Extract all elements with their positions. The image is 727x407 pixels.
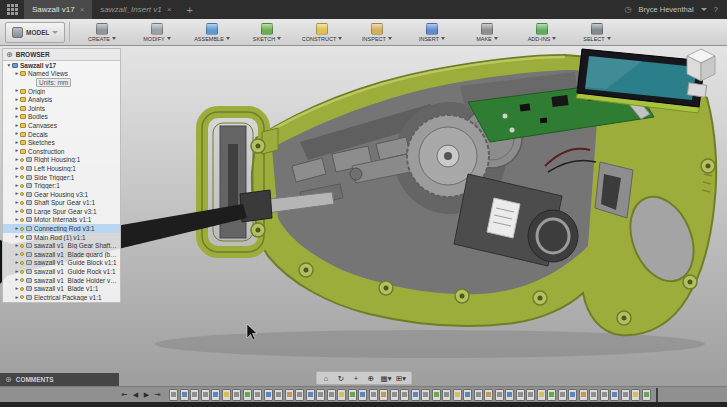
browser-tree-item[interactable]: ▸ Joints [3,104,120,113]
browser-tree-item[interactable]: Units: mm [3,78,120,87]
tab-close-icon[interactable]: × [167,5,172,14]
browser-tree-item[interactable]: ▸ Origin [3,87,120,96]
visibility-bulb-icon[interactable] [20,209,24,213]
browser-tree-item[interactable]: ▸ Shaft Spur Gear v1:1 [3,199,120,208]
timeline-feature-icon[interactable] [484,389,493,401]
timeline-feature-icon[interactable] [316,389,325,401]
timeline-feature-icon[interactable] [180,389,189,401]
timeline-feature-icon[interactable] [211,389,220,401]
timeline-feature-icon[interactable] [621,389,630,401]
toolbar-menu[interactable]: MODIFY [129,19,184,45]
timeline-feature-icon[interactable] [201,389,210,401]
browser-tree-item[interactable]: ▸ sawzall v1_Guide Rock v1:1 [3,267,120,276]
timeline-feature-icon[interactable] [631,389,640,401]
visibility-bulb-icon[interactable] [20,218,24,222]
timeline-feature-icon[interactable] [400,389,409,401]
visibility-bulb-icon[interactable] [20,227,24,231]
timeline-feature-icon[interactable] [505,389,514,401]
browser-tree-item[interactable]: ▸ sawzall v1_Big Gear Shaft v1:1 [3,241,120,250]
nav-tool-button[interactable]: ⊕ [365,373,377,383]
browser-tree-item[interactable]: ▸ Trigger:1 [3,181,120,190]
job-status-icon[interactable]: ◷ [625,5,632,14]
timeline-feature-icon[interactable] [348,389,357,401]
timeline-feature-icon[interactable] [253,389,262,401]
playback-button[interactable]: ⇥ [152,391,163,399]
browser-tree-item[interactable]: ▸ Large Spur Gear v3:1 [3,207,120,216]
timeline-feature-icon[interactable] [610,389,619,401]
visibility-bulb-icon[interactable] [20,261,24,265]
timeline-feature-icon[interactable] [243,389,252,401]
timeline-feature-icon[interactable] [558,389,567,401]
timeline-feature-icon[interactable] [285,389,294,401]
browser-tree-item[interactable]: ▸ sawzall v1_Blade Holder v1:1 [3,276,120,285]
browser-tree-item[interactable]: ▸ Left Housing:1 [3,164,120,173]
browser-tree-item[interactable]: ▸ sawzall v1_Blade v1:1 [3,284,120,293]
timeline-feature-icon[interactable] [337,389,346,401]
timeline-feature-icon[interactable] [547,389,556,401]
timeline-feature-icon[interactable] [463,389,472,401]
visibility-bulb-icon[interactable] [20,184,24,188]
browser-tree-item[interactable]: ▸ sawzall v1_Blade guard (b) v1:1 [3,250,120,259]
toolbar-menu[interactable]: ADD-INS [514,19,569,45]
timeline-feature-icon[interactable] [390,389,399,401]
toolbar-menu[interactable]: ASSEMBLE [184,19,239,45]
timeline-feature-icon[interactable] [379,389,388,401]
timeline-feature-icon[interactable] [222,389,231,401]
browser-tree-item[interactable]: ▸ Bodies [3,113,120,122]
visibility-bulb-icon[interactable] [20,235,24,239]
browser-tree-item[interactable]: ▸ Electrical Package v1:1 [3,293,120,302]
timeline-feature-icon[interactable] [589,389,598,401]
playback-button[interactable]: ◀ [130,391,141,399]
visibility-bulb-icon[interactable] [20,158,24,162]
timeline-feature-icon[interactable] [579,389,588,401]
nav-tool-button[interactable]: ⊞▾ [395,373,407,383]
browser-tree-item[interactable]: ▸ Gear Housing v3:1 [3,190,120,199]
timeline-feature-icon[interactable] [232,389,241,401]
comments-panel[interactable]: ⊕ COMMENTS [0,373,119,386]
user-name[interactable]: Bryce Heventhal [639,5,694,14]
timeline-feature-icon[interactable] [327,389,336,401]
browser-tree-item[interactable]: ▸ Named Views [3,70,120,79]
timeline-feature-icon[interactable] [421,389,430,401]
timeline-feature-icon[interactable] [358,389,367,401]
user-menu-caret-icon[interactable] [701,8,707,11]
timeline-feature-icon[interactable] [169,389,178,401]
toolbar-menu[interactable]: SELECT [569,19,624,45]
timeline-feature-icon[interactable] [516,389,525,401]
browser-tree-item[interactable]: ▾ Sawzall v17 [3,61,120,70]
browser-tree-item[interactable]: ▸ Main Rod (1) v1:1 [3,233,120,242]
timeline-feature-icon[interactable] [264,389,273,401]
tab-close-icon[interactable]: × [80,5,85,14]
timeline-feature-icon[interactable] [453,389,462,401]
browser-tree-item[interactable]: ▸ Connecting Rod v3:1 [3,224,120,233]
visibility-bulb-icon[interactable] [20,201,24,205]
toolbar-menu[interactable]: INSERT [404,19,459,45]
timeline-feature-icon[interactable] [526,389,535,401]
playback-button[interactable]: ▶ [141,391,152,399]
browser-header[interactable]: ⊕ BROWSER [3,49,120,61]
timeline-feature-icon[interactable] [369,389,378,401]
visibility-bulb-icon[interactable] [20,287,24,291]
timeline-feature-icon[interactable] [190,389,199,401]
visibility-bulb-icon[interactable] [20,166,24,170]
document-tab[interactable]: Sawzall v17 × [24,0,92,19]
visibility-bulb-icon[interactable] [20,192,24,196]
toolbar-menu[interactable]: CONSTRUCT [294,19,349,45]
viewcube[interactable]: ⌂ [677,47,721,87]
visibility-bulb-icon[interactable] [20,175,24,179]
timeline-feature-icon[interactable] [600,389,609,401]
visibility-bulb-icon[interactable] [20,270,24,274]
browser-tree-item[interactable]: ▸ Right Housing:1 [3,156,120,165]
timeline-feature-icon[interactable] [474,389,483,401]
browser-tree-item[interactable]: ▸ Sketches [3,138,120,147]
timeline-feature-icon[interactable] [432,389,441,401]
nav-tool-button[interactable]: ▦▾ [380,373,392,383]
apps-grid-icon[interactable] [5,3,19,16]
toolbar-menu[interactable]: INSPECT [349,19,404,45]
timeline-feature-icon[interactable] [537,389,546,401]
workspace-switcher[interactable]: MODEL [5,22,65,43]
visibility-bulb-icon[interactable] [20,244,24,248]
browser-tree-item[interactable]: ▸ Motor Internals v1:1 [3,216,120,225]
comments-expand-icon[interactable]: ⊕ [5,375,12,384]
timeline-feature-icon[interactable] [495,389,504,401]
